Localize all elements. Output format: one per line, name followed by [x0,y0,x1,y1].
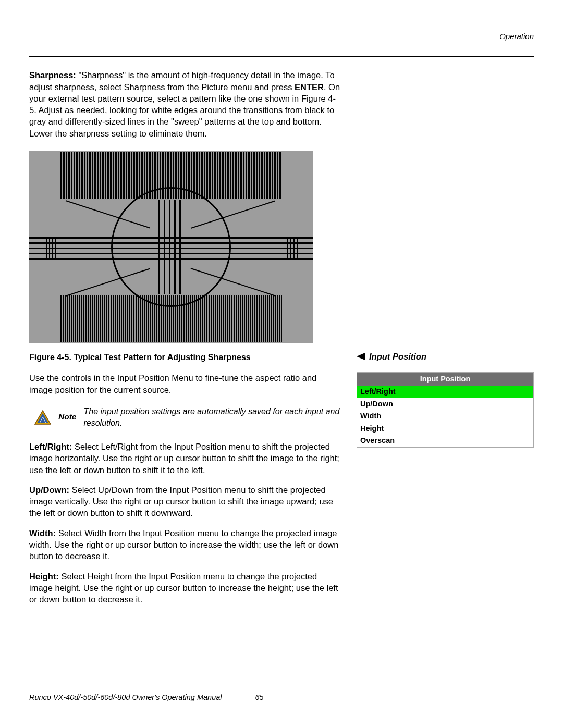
main-column: Sharpness: "Sharpness" is the amount of … [29,69,342,613]
page-footer: Runco VX-40d/-50d/-60d/-80d Owner's Oper… [29,693,264,703]
side-heading-text: Input Position [369,351,426,362]
up-down-body: Select Up/Down from the Input Position m… [29,485,333,518]
left-right-label: Left/Right: [29,442,72,451]
input-position-intro: Use the controls in the Input Position M… [29,372,342,396]
running-header: Operation [29,31,534,42]
left-right-paragraph: Left/Right: Select Left/Right from the I… [29,441,342,476]
page-number: 65 [255,693,264,703]
width-label: Width: [29,528,56,538]
menu-item-left-right[interactable]: Left/Right [357,386,533,398]
test-pattern-image [29,151,313,343]
figure-4-5 [29,151,342,343]
side-heading: Input Position [357,351,534,362]
side-column: Input Position Input Position Left/Right… [357,69,534,613]
menu-item-width[interactable]: Width [357,410,533,423]
height-label: Height: [29,572,59,581]
menu-item-overscan[interactable]: Overscan [357,435,533,447]
menu-title: Input Position [357,373,533,386]
warning-icon [34,410,51,425]
arrow-left-icon [357,353,365,360]
height-body: Select Height from the Input Position me… [29,572,338,604]
note-text: The input position settings are automati… [83,406,342,428]
left-right-body: Select Left/Right from the Input Positio… [29,442,339,475]
menu-item-height[interactable]: Height [357,423,533,435]
sharpness-label: Sharpness: [29,70,76,80]
width-body: Select Width from the Input Position men… [29,528,338,561]
width-paragraph: Width: Select Width from the Input Posit… [29,527,342,562]
note-block: Note The input position settings are aut… [34,406,342,428]
enter-key: ENTER [295,82,324,92]
sharpness-paragraph: Sharpness: "Sharpness" is the amount of … [29,69,342,139]
up-down-label: Up/Down: [29,485,69,495]
menu-item-up-down[interactable]: Up/Down [357,398,533,411]
footer-manual-title: Runco VX-40d/-50d/-60d/-80d Owner's Oper… [29,693,222,701]
figure-caption: Figure 4-5. Typical Test Pattern for Adj… [29,352,342,363]
height-paragraph: Height: Select Height from the Input Pos… [29,571,342,606]
input-position-menu: Input Position Left/Right Up/Down Width … [357,372,534,448]
up-down-paragraph: Up/Down: Select Up/Down from the Input P… [29,484,342,519]
note-label: Note [58,412,76,423]
header-rule [29,56,534,57]
